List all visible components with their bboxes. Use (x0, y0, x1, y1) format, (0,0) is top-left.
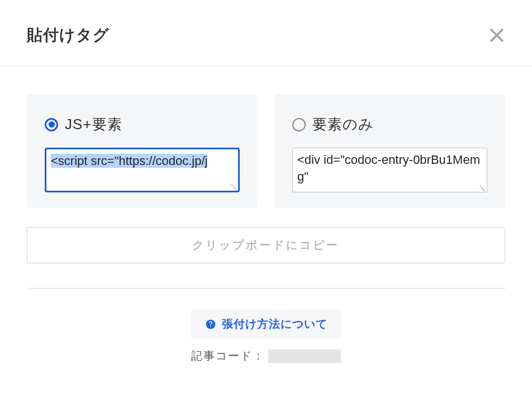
dialog-header: 貼付けタグ (0, 0, 532, 67)
radio-row-js-element[interactable]: JS+要素 (45, 115, 240, 134)
footer: 張付け方法について 記事コード： (27, 293, 505, 363)
option-card-element-only: 要素のみ <div id="codoc-entry-0brBu1Memg" (274, 95, 505, 208)
dialog-content: JS+要素 <script src="https://codoc.jp/j 要素… (0, 67, 532, 380)
code-box-element-only[interactable]: <div id="codoc-entry-0brBu1Memg" (292, 148, 487, 192)
help-link-label: 張付け方法について (222, 317, 327, 332)
options-row: JS+要素 <script src="https://codoc.jp/j 要素… (27, 95, 505, 208)
resize-handle-icon (230, 183, 237, 190)
radio-label-js-element: JS+要素 (65, 115, 122, 134)
copy-to-clipboard-button[interactable]: クリップボードにコピー (27, 227, 505, 263)
code-text-js-element: <script src="https://codoc.jp/j (51, 154, 207, 168)
close-icon (488, 27, 505, 44)
code-box-js-element[interactable]: <script src="https://codoc.jp/j (45, 148, 240, 192)
option-card-js-element: JS+要素 <script src="https://codoc.jp/j (27, 95, 258, 208)
resize-handle-icon (479, 184, 486, 191)
radio-row-element-only[interactable]: 要素のみ (292, 115, 487, 134)
article-code-label: 記事コード： (191, 348, 265, 363)
code-text-element-only: <div id="codoc-entry-0brBu1Memg" (297, 153, 480, 183)
dialog-title: 貼付けタグ (27, 25, 110, 46)
close-button[interactable] (488, 27, 505, 44)
divider (27, 288, 505, 289)
copy-button-label: クリップボードにコピー (192, 239, 340, 251)
article-code-value (268, 350, 341, 363)
help-link[interactable]: 張付け方法について (191, 310, 342, 338)
radio-label-element-only: 要素のみ (312, 115, 374, 134)
article-code-row: 記事コード： (191, 348, 341, 363)
question-circle-icon (205, 319, 216, 330)
radio-element-only[interactable] (292, 118, 306, 131)
radio-js-element[interactable] (45, 118, 58, 131)
